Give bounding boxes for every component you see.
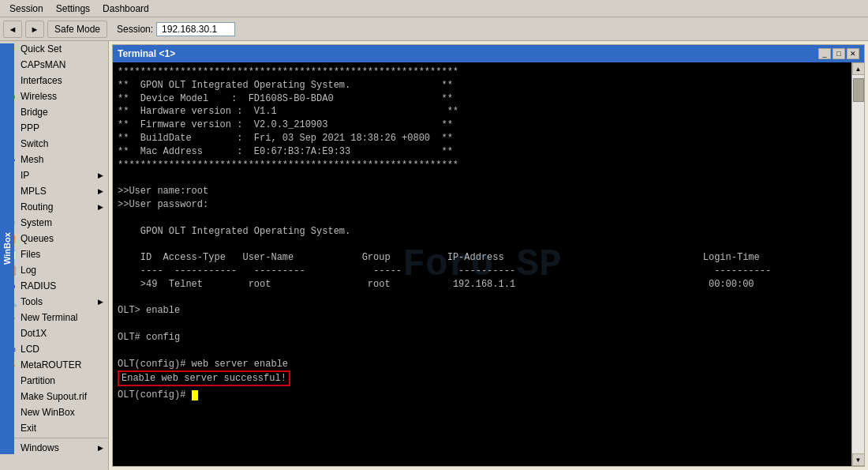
content-area: Terminal <1> _ □ ✕ Foro SP *************… [109,41,868,470]
queues-label: Queues [21,233,54,244]
files-label: Files [21,249,40,260]
partition-label: Partition [21,375,55,386]
scroll-thumb[interactable] [853,78,864,102]
sidebar-item-capsman[interactable]: ◾CAPsMAN [0,57,108,73]
exit-label: Exit [21,423,36,434]
scroll-track[interactable] [852,75,864,453]
tools-label: Tools [21,296,43,307]
terminal-close-button[interactable]: ✕ [847,48,859,59]
sidebar-item-log[interactable]: 📋Log [0,262,108,278]
ip-arrow: ▶ [98,171,103,179]
sidebar-item-queues[interactable]: ▤Queues [0,231,108,246]
lcd-label: LCD [21,344,39,355]
terminal-content-wrapper: Foro SP ********************************… [113,62,864,466]
safemode-button[interactable]: Safe Mode [47,21,107,38]
sidebar-item-mesh[interactable]: ◈Mesh [0,152,108,167]
system-label: System [21,217,52,228]
capsman-label: CAPsMAN [21,59,65,70]
mesh-label: Mesh [21,154,43,165]
bridge-label: Bridge [21,107,48,118]
interfaces-label: Interfaces [21,75,62,86]
terminal-cursor [192,390,198,400]
menu-dashboard[interactable]: Dashboard [96,2,155,16]
ppp-label: PPP [21,122,39,133]
sidebar-item-bridge[interactable]: ⊟Bridge [0,104,108,120]
session-label: Session: [117,24,153,35]
session-value: 192.168.30.1 [156,22,235,36]
sidebar-item-partition[interactable]: ⊗Partition [0,373,108,389]
terminal-cursor-line: OLT(config)# [118,389,847,400]
terminal-window: Terminal <1> _ □ ✕ Foro SP *************… [112,44,865,467]
terminal-title: Terminal <1> [118,48,175,59]
forward-button[interactable]: ► [25,21,44,38]
sidebar-item-wireless[interactable]: ◉Wireless [0,88,108,104]
scroll-up-arrow[interactable]: ▲ [852,62,865,75]
sidebar-item-quick-set[interactable]: ⚡Quick Set [0,41,108,57]
sidebar-item-ppp[interactable]: ○PPP [0,120,108,136]
sidebar-item-windows[interactable]: ⊞Windows▶ [0,440,108,456]
sidebar-item-exit[interactable]: ✖Exit [0,420,108,436]
tools-arrow: ▶ [98,298,103,306]
dot1x-label: Dot1X [21,328,47,339]
terminal-restore-button[interactable]: □ [832,48,845,59]
switch-label: Switch [21,138,48,149]
make-supout-label: Make Supout.rif [21,391,87,402]
sidebar: ⚡Quick Set◾CAPsMAN≡Interfaces◉Wireless⊟B… [0,41,109,470]
windows-arrow: ▶ [98,444,103,452]
sidebar-item-metarouter[interactable]: ◆MetaROUTER [0,357,108,373]
back-button[interactable]: ◄ [3,21,22,38]
scroll-down-arrow[interactable]: ▼ [852,453,865,466]
new-winbox-label: New WinBox [21,407,75,418]
sidebar-item-dot1x[interactable]: ■Dot1X [0,325,108,341]
new-terminal-label: New Terminal [21,312,77,323]
mpls-arrow: ▶ [98,187,103,195]
sidebar-item-tools[interactable]: 🔧Tools▶ [0,294,108,310]
routing-arrow: ▶ [98,203,103,211]
log-label: Log [21,265,36,276]
windows-label: Windows [21,442,59,453]
terminal-highlighted-text: Enable web server successful! [118,370,290,386]
terminal-titlebar: Terminal <1> _ □ ✕ [113,45,864,62]
mpls-label: MPLS [21,186,47,197]
terminal-text: ****************************************… [118,66,847,370]
routing-label: Routing [21,201,53,212]
ip-label: IP [21,170,29,181]
terminal-highlight: Enable web server successful! [118,370,847,386]
terminal-title-buttons: _ □ ✕ [818,48,859,59]
sidebar-item-mpls[interactable]: ≡MPLS▶ [0,183,108,199]
sidebar-item-radius[interactable]: ◉RADIUS [0,278,108,294]
sidebar-item-interfaces[interactable]: ≡Interfaces [0,73,108,88]
sidebar-item-files[interactable]: 📄Files [0,246,108,262]
sidebar-item-switch[interactable]: ⊞Switch [0,136,108,152]
menu-settings[interactable]: Settings [50,2,96,16]
terminal-scrollbar[interactable]: ▲ ▼ [851,62,864,466]
sidebar-item-make-supout[interactable]: ◼Make Supout.rif [0,389,108,404]
sidebar-item-new-winbox[interactable]: ⊕New WinBox [0,404,108,420]
toolbar: ◄ ► Safe Mode Session: 192.168.30.1 [0,17,868,41]
sidebar-item-system[interactable]: ⚙System [0,215,108,231]
quick-set-label: Quick Set [21,43,62,55]
winbox-label: WinBox [0,43,14,454]
terminal-minimize-button[interactable]: _ [818,48,831,59]
menu-session[interactable]: Session [3,2,50,16]
sidebar-item-lcd[interactable]: ▭LCD [0,341,108,357]
wireless-label: Wireless [21,91,57,102]
radius-label: RADIUS [21,280,56,291]
sidebar-item-routing[interactable]: ↔Routing▶ [0,199,108,215]
metarouter-label: MetaROUTER [21,359,81,370]
menubar: Session Settings Dashboard [0,0,868,17]
sidebar-item-ip[interactable]: ≣IP▶ [0,167,108,183]
terminal-body[interactable]: Foro SP ********************************… [113,62,851,466]
main-layout: ⚡Quick Set◾CAPsMAN≡Interfaces◉Wireless⊟B… [0,41,868,470]
sidebar-item-new-terminal[interactable]: ▶New Terminal [0,310,108,325]
